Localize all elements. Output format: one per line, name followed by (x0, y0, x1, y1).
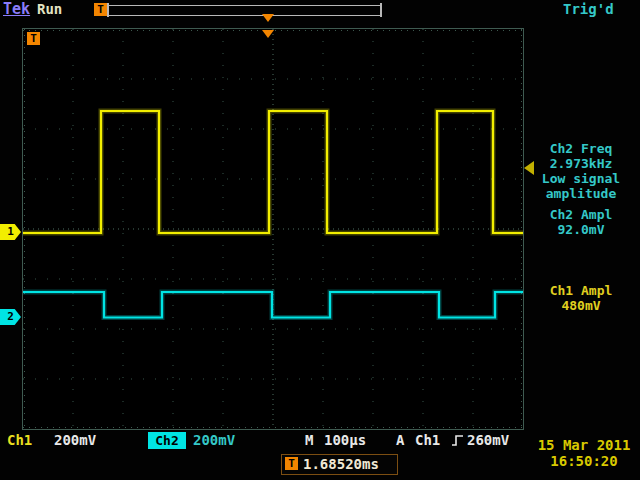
trigger-record-icon: T (94, 3, 107, 16)
trigger-position-arrow-icon (262, 30, 274, 38)
readout-value: 2.973kHz (522, 156, 640, 171)
trigger-level-value: 260mV (467, 431, 509, 449)
record-view-bar (108, 5, 381, 16)
ch1-label: Ch1 (7, 431, 32, 449)
ch2-label: Ch2 (148, 432, 186, 449)
ch1-volts-per-div: 200mV (54, 431, 96, 449)
ch1-ampl-readout: Ch1 Ampl 480mV (522, 283, 640, 313)
date-text: 15 Mar 2011 (530, 437, 638, 453)
ch2-freq-readout: Ch2 Freq 2.973kHz Low signal amplitude (522, 141, 640, 201)
ch2-volts-per-div: 200mV (193, 431, 235, 449)
warning-text: amplitude (522, 186, 640, 201)
trigger-time-icon: T (27, 32, 40, 45)
warning-text: Low signal (522, 171, 640, 186)
readout-label: Ch1 Ampl (522, 283, 640, 298)
trigger-slope-icon (451, 434, 464, 447)
ch2-ground-marker: 2 (0, 309, 21, 325)
readout-label: Ch2 Ampl (522, 207, 640, 222)
oscilloscope-screen: Tek Run T Trig'd T 1 2 Ch2 Freq 2.973kHz… (0, 0, 640, 480)
trigger-mode-label: A (396, 431, 404, 449)
horizontal-trigger-icon: T (285, 457, 298, 470)
readout-value: 480mV (522, 298, 640, 313)
trigger-source: Ch1 (415, 431, 440, 449)
status-bar: Ch1 200mV Ch2 200mV M 100µs A Ch1 260mV (0, 431, 525, 450)
trace-ch2 (23, 292, 523, 318)
acquisition-status: Run (37, 1, 62, 17)
horizontal-position-readout: T 1.68520ms (281, 454, 398, 475)
graticule: T (22, 28, 524, 430)
time-text: 16:50:20 (530, 453, 638, 469)
ch1-ground-marker: 1 (0, 224, 21, 240)
trigger-status: Trig'd (563, 1, 614, 17)
waveform-plot (23, 29, 523, 429)
ch2-ampl-readout: Ch2 Ampl 92.0mV (522, 207, 640, 237)
trigger-position-record-arrow-icon (262, 14, 274, 22)
readout-value: 92.0mV (522, 222, 640, 237)
timebase-label: M (305, 431, 313, 449)
brand-logo: Tek (3, 0, 30, 18)
datetime: 15 Mar 2011 16:50:20 (530, 437, 638, 469)
readout-label: Ch2 Freq (522, 141, 640, 156)
horizontal-position-value: 1.68520ms (303, 455, 379, 473)
timebase-value: 100µs (324, 431, 366, 449)
